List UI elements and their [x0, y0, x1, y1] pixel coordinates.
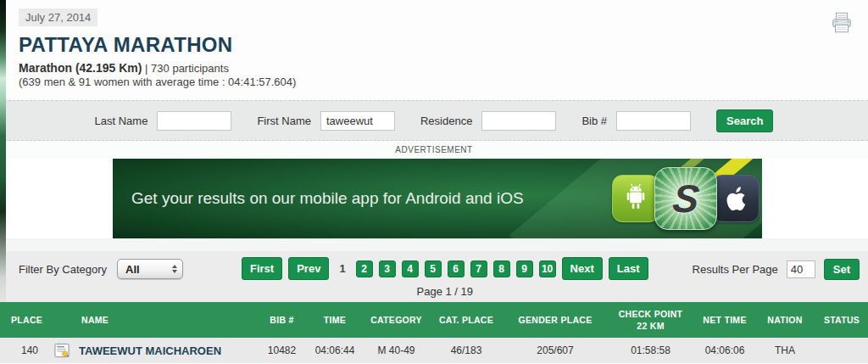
header-bib: BIB # — [259, 314, 305, 326]
page-5-button[interactable]: 5 — [425, 260, 442, 277]
results-certificate-icon[interactable] — [54, 343, 70, 359]
search-button[interactable]: Search — [716, 109, 773, 132]
page-8-button[interactable]: 8 — [493, 260, 510, 277]
spacer — [0, 238, 868, 251]
event-header: July 27, 2014 PATTAYA MARATHON Marathon … — [0, 0, 868, 100]
banner-app-icons: S — [612, 159, 760, 238]
header-cat-place: CAT. PLACE — [428, 314, 504, 326]
runner-name-link[interactable]: TAWEEWUT MAICHAROEN — [79, 344, 221, 357]
participants-count: | 730 participants — [145, 62, 229, 75]
bib-label: Bib # — [581, 115, 607, 127]
prev-page-button[interactable]: Prev — [288, 257, 329, 280]
header-net-time: NET TIME — [695, 314, 754, 326]
page-background-strip — [0, 0, 6, 302]
row-bib: 10482 — [259, 344, 305, 356]
row-time: 04:06:44 — [305, 344, 364, 356]
print-icon[interactable] — [829, 10, 854, 36]
row-cat-place: 46/183 — [428, 344, 504, 356]
page-10-button[interactable]: 10 — [539, 260, 556, 277]
page-6-button[interactable]: 6 — [448, 260, 465, 277]
bib-input[interactable] — [616, 111, 691, 131]
advertisement-label-band: ADVERTISEMENT — [0, 141, 868, 159]
page-9-button[interactable]: 9 — [516, 260, 533, 277]
last-page-button[interactable]: Last — [609, 257, 648, 280]
results-table: PLACE NAME BIB # TIME CATEGORY CAT. PLAC… — [0, 302, 868, 363]
sportstats-s-icon: S — [654, 167, 717, 230]
filter-by-category-label: Filter By Category — [19, 263, 107, 276]
results-table-header: PLACE NAME BIB # TIME CATEGORY CAT. PLAC… — [0, 302, 868, 338]
header-time: TIME — [305, 314, 364, 326]
header-status: STATUS — [815, 314, 868, 326]
first-name-input[interactable] — [320, 111, 395, 131]
page-2-button[interactable]: 2 — [356, 260, 373, 277]
search-bar: Last Name First Name Residence Bib # Sea… — [0, 100, 868, 141]
row-category: M 40-49 — [364, 344, 428, 356]
row-gender-place: 205/607 — [504, 344, 606, 356]
first-name-label: First Name — [257, 115, 311, 127]
row-net-time: 04:06:06 — [695, 344, 754, 356]
table-row: 140 TAWEEWUT MAICHAROEN 10482 04:06:44 M… — [0, 338, 868, 363]
header-nation: NATION — [754, 314, 815, 326]
row-checkpoint: 01:58:58 — [606, 344, 695, 356]
mobile-app-ad-banner[interactable]: Get your results on our mobile app for A… — [113, 159, 762, 238]
category-select[interactable]: All — [117, 259, 183, 279]
s-logo-letter: S — [670, 176, 701, 221]
advertisement-label: ADVERTISEMENT — [395, 145, 472, 154]
select-arrows-icon — [172, 265, 177, 273]
results-per-page-label: Results Per Page — [693, 263, 778, 276]
set-results-per-page-button[interactable]: Set — [824, 259, 860, 280]
row-name-cell: TAWEEWUT MAICHAROEN — [51, 343, 259, 359]
page-3-button[interactable]: 3 — [379, 260, 396, 277]
android-icon — [612, 175, 659, 222]
page-title: PATTAYA MARATHON — [19, 33, 868, 57]
header-category: CATEGORY — [364, 314, 428, 326]
row-nation: THA — [754, 344, 815, 356]
race-stats: (639 men & 91 women with average time : … — [19, 76, 868, 88]
filter-pagination-band: Filter By Category All First Prev 1 2 3 … — [0, 251, 868, 302]
pagination: First Prev 1 2 3 4 5 6 7 8 9 10 Next Las… — [242, 257, 648, 298]
page-7-button[interactable]: 7 — [470, 260, 487, 277]
header-name: NAME — [51, 314, 259, 326]
first-page-button[interactable]: First — [242, 257, 282, 280]
apple-icon — [712, 175, 760, 222]
residence-input[interactable] — [481, 111, 556, 131]
residence-label: Residence — [420, 115, 472, 127]
header-checkpoint: CHECK POINT 22 KM — [606, 308, 695, 332]
race-name: Marathon (42.195 Km) — [19, 61, 142, 75]
page-info: Page 1 / 19 — [417, 285, 474, 298]
current-page-number: 1 — [335, 262, 349, 275]
last-name-input[interactable] — [157, 111, 231, 131]
category-selected-value: All — [125, 263, 172, 276]
results-per-page-input[interactable] — [787, 260, 815, 278]
event-date: July 27, 2014 — [19, 8, 97, 26]
header-place: PLACE — [0, 314, 51, 326]
page-4-button[interactable]: 4 — [402, 260, 419, 277]
next-page-button[interactable]: Next — [562, 257, 603, 280]
row-place: 140 — [0, 344, 51, 356]
banner-text: Get your results on our mobile app for A… — [131, 159, 524, 238]
header-gender-place: GENDER PLACE — [504, 314, 606, 326]
last-name-label: Last Name — [95, 115, 148, 127]
